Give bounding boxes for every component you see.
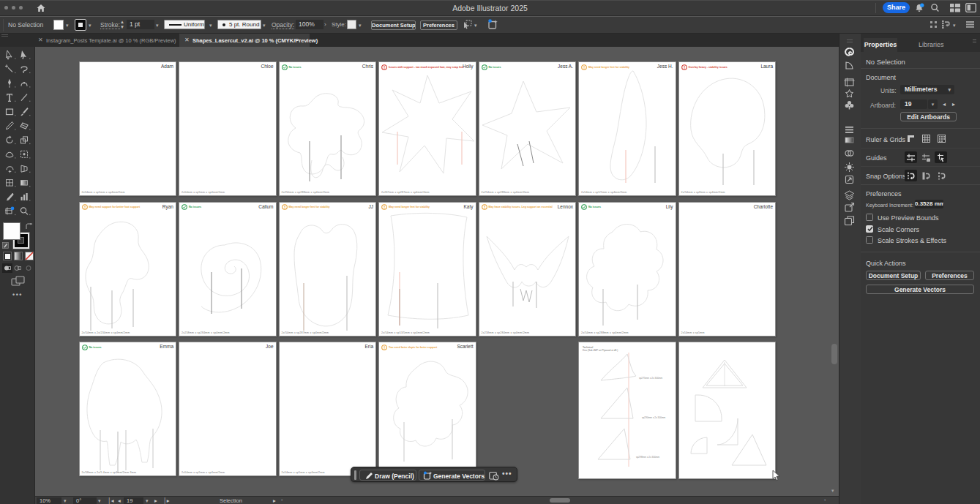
- svg-text:sp290mm x 2x 300mm: sp290mm x 2x 300mm: [642, 416, 666, 419]
- svg-text:sp298mm x 2x 300mm: sp298mm x 2x 300mm: [636, 456, 660, 459]
- svg-text:Kiss (Sub 4MP on Plywood at d8: Kiss (Sub 4MP on Plywood at d8.): [583, 349, 618, 352]
- svg-text:sp275mm x 2x 300mm: sp275mm x 2x 300mm: [639, 377, 663, 380]
